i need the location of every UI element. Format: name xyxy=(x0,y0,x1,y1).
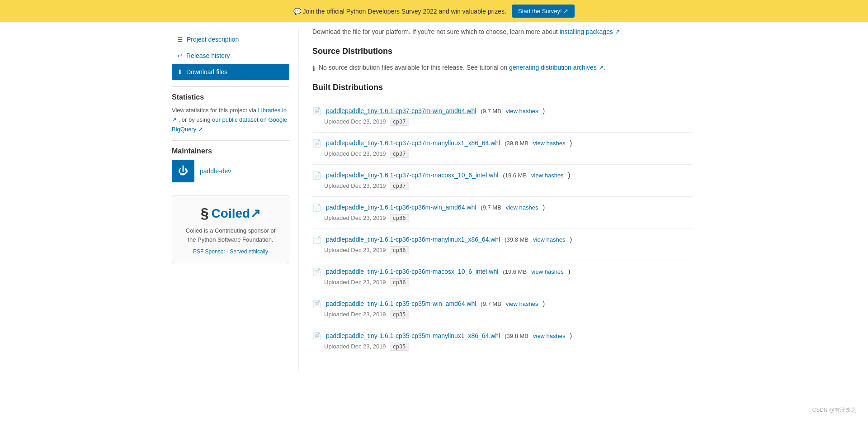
table-row: 📄paddlepaddle_tiny-1.6.1-cp36-cp36m-win_… xyxy=(312,196,692,229)
upload-date: Uploaded Dec 23, 2019 xyxy=(324,214,386,221)
sidebar-nav: ☰ Project description ↩ Release history … xyxy=(172,31,289,80)
upload-date: Uploaded Dec 23, 2019 xyxy=(324,343,386,350)
upload-date: Uploaded Dec 23, 2019 xyxy=(324,118,386,125)
info-icon: ℹ xyxy=(312,63,315,75)
statistics-section: Statistics View statistics for this proj… xyxy=(172,93,289,134)
tag-badge: cp36 xyxy=(390,278,409,286)
built-distributions-heading: Built Distributions xyxy=(312,83,692,92)
table-row: 📄paddlepaddle_tiny-1.6.1-cp37-cp37m-many… xyxy=(312,132,692,164)
file-size: (39.8 MB xyxy=(505,140,528,147)
psf-sponsor-link[interactable]: PSF Sponsor xyxy=(193,248,225,255)
upload-date: Uploaded Dec 23, 2019 xyxy=(324,150,386,157)
sidebar-divider-2 xyxy=(172,140,289,141)
file-download-link[interactable]: paddlepaddle_tiny-1.6.1-cp35-cp35m-win_a… xyxy=(326,300,476,307)
view-hashes-link[interactable]: view hashes xyxy=(531,172,564,179)
tag-badge: cp36 xyxy=(390,246,409,254)
sponsor-box: § Coiled↗ Coiled is a Contributing spons… xyxy=(172,195,289,264)
upload-date: Uploaded Dec 23, 2019 xyxy=(324,311,386,318)
file-icon: 📄 xyxy=(312,332,321,340)
source-dist-info: ℹ No source distribution files available… xyxy=(312,62,692,75)
survey-button[interactable]: Start the Survey! ↗ xyxy=(512,5,575,18)
sidebar-item-label-project-description: Project description xyxy=(187,36,239,43)
view-hashes-link[interactable]: view hashes xyxy=(506,204,538,211)
table-row: 📄paddlepaddle_tiny-1.6.1-cp35-cp35m-many… xyxy=(312,325,692,357)
file-download-link[interactable]: paddlepaddle_tiny-1.6.1-cp36-cp36m-macos… xyxy=(326,268,498,275)
file-download-link[interactable]: paddlepaddle_tiny-1.6.1-cp37-cp37m-manyl… xyxy=(326,139,500,147)
view-hashes-link[interactable]: view hashes xyxy=(533,140,566,147)
file-icon: 📄 xyxy=(312,267,321,276)
file-size: (9.7 MB xyxy=(481,204,501,211)
sidebar-item-release-history[interactable]: ↩ Release history xyxy=(172,48,289,64)
sidebar: ☰ Project description ↩ Release history … xyxy=(163,27,298,371)
tag-badge: cp37 xyxy=(390,118,409,126)
file-size: (9.7 MB xyxy=(481,108,501,114)
avatar: ⏻ xyxy=(172,160,194,182)
view-hashes-link[interactable]: view hashes xyxy=(531,268,564,275)
file-size: (39.8 MB xyxy=(505,333,528,339)
file-size: (9.7 MB xyxy=(481,300,501,307)
maintainers-title: Maintainers xyxy=(172,147,289,155)
sponsor-description: Coiled is a Contributing sponsor of the … xyxy=(181,226,280,244)
sidebar-item-download-files[interactable]: ⬇ Download files xyxy=(172,64,289,80)
intro-text: Download the file for your platform. If … xyxy=(312,27,692,37)
table-row: 📄paddlepaddle_tiny-1.6.1-cp36-cp36m-many… xyxy=(312,229,692,261)
maintainer-link[interactable]: paddle-dev xyxy=(200,167,231,175)
sidebar-item-label-release-history: Release history xyxy=(186,52,230,59)
dist-files-list: 📄paddlepaddle_tiny-1.6.1-cp37-cp37m-win_… xyxy=(312,100,692,357)
view-hashes-link[interactable]: view hashes xyxy=(506,300,538,307)
coiled-link[interactable]: Coiled↗ xyxy=(212,206,261,221)
file-download-link[interactable]: paddlepaddle_tiny-1.6.1-cp35-cp35m-manyl… xyxy=(326,332,500,339)
generating-archives-link[interactable]: generating distribution archives ↗ xyxy=(509,64,604,71)
view-hashes-link[interactable]: view hashes xyxy=(533,333,566,339)
sponsor-footer: PSF Sponsor · Served ethically xyxy=(181,248,280,255)
history-icon: ↩ xyxy=(177,52,183,59)
table-row: 📄paddlepaddle_tiny-1.6.1-cp36-cp36m-maco… xyxy=(312,261,692,293)
view-hashes-link[interactable]: view hashes xyxy=(506,108,538,114)
table-row: 📄paddlepaddle_tiny-1.6.1-cp35-cp35m-win_… xyxy=(312,293,692,325)
survey-banner: 💬 Join the official Python Developers Su… xyxy=(0,0,868,22)
tag-badge: cp35 xyxy=(390,343,409,351)
tag-badge: cp37 xyxy=(390,150,409,158)
file-download-link[interactable]: paddlepaddle_tiny-1.6.1-cp37-cp37m-win_a… xyxy=(326,107,476,114)
sidebar-divider-1 xyxy=(172,86,289,87)
power-icon: ⏻ xyxy=(178,165,188,177)
maintainer-item: ⏻ paddle-dev xyxy=(172,160,289,182)
statistics-description: View statistics for this project via Lib… xyxy=(172,106,289,134)
file-icon: 📄 xyxy=(312,171,321,180)
sidebar-item-project-description[interactable]: ☰ Project description xyxy=(172,31,289,48)
file-icon: 📄 xyxy=(312,107,321,115)
sidebar-divider-3 xyxy=(172,189,289,189)
table-row: 📄paddlepaddle_tiny-1.6.1-cp37-cp37m-maco… xyxy=(312,164,692,196)
served-ethically-link[interactable]: Served ethically xyxy=(230,248,268,255)
tag-badge: cp36 xyxy=(390,214,409,222)
coiled-logo-icon: § xyxy=(201,205,209,222)
file-icon: 📄 xyxy=(312,203,321,212)
sidebar-item-label-download-files: Download files xyxy=(186,68,227,76)
statistics-title: Statistics xyxy=(172,93,289,101)
file-download-link[interactable]: paddlepaddle_tiny-1.6.1-cp36-cp36m-manyl… xyxy=(326,236,500,243)
tag-badge: cp35 xyxy=(390,310,409,319)
main-content: Download the file for your platform. If … xyxy=(298,27,705,371)
file-icon: 📄 xyxy=(312,300,321,308)
upload-date: Uploaded Dec 23, 2019 xyxy=(324,247,386,253)
file-download-link[interactable]: paddlepaddle_tiny-1.6.1-cp36-cp36m-win_a… xyxy=(326,204,476,211)
upload-date: Uploaded Dec 23, 2019 xyxy=(324,279,386,286)
table-row: 📄paddlepaddle_tiny-1.6.1-cp37-cp37m-win_… xyxy=(312,100,692,132)
file-size: (19.6 MB xyxy=(503,172,527,179)
tag-badge: cp37 xyxy=(390,182,409,190)
maintainers-section: Maintainers ⏻ paddle-dev xyxy=(172,147,289,182)
download-icon: ⬇ xyxy=(177,68,183,76)
menu-icon: ☰ xyxy=(177,36,183,43)
file-size: (39.8 MB xyxy=(505,236,528,243)
view-hashes-link[interactable]: view hashes xyxy=(533,236,566,243)
sponsor-logo: § Coiled↗ xyxy=(181,205,280,222)
banner-text: 💬 Join the official Python Developers Su… xyxy=(293,8,506,15)
file-icon: 📄 xyxy=(312,139,321,148)
upload-date: Uploaded Dec 23, 2019 xyxy=(324,182,386,189)
source-distributions-heading: Source Distributions xyxy=(312,47,692,56)
file-download-link[interactable]: paddlepaddle_tiny-1.6.1-cp37-cp37m-macos… xyxy=(326,172,498,179)
installing-packages-link[interactable]: installing packages ↗ xyxy=(560,28,620,35)
file-size: (19.6 MB xyxy=(503,268,527,275)
file-icon: 📄 xyxy=(312,235,321,244)
